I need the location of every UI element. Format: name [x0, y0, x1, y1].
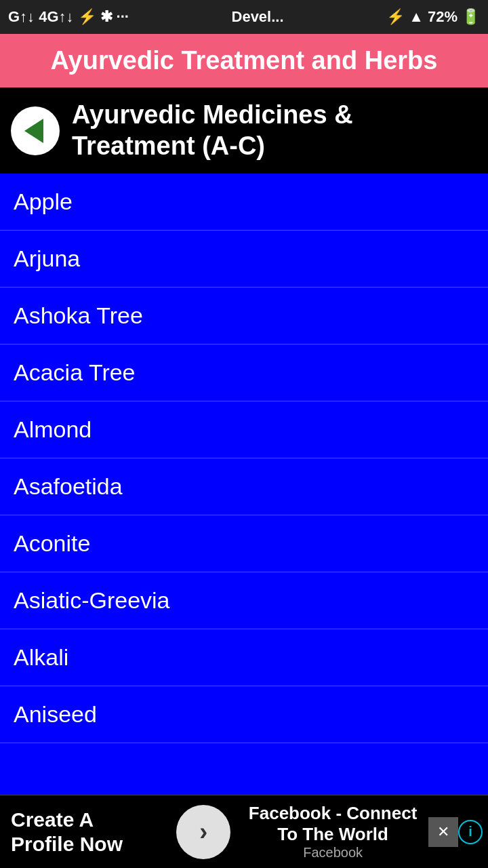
ad-subtitle: Facebook: [244, 845, 422, 861]
list-item[interactable]: Alkali: [0, 629, 488, 686]
ad-right: Facebook - Connect To The World Facebook: [237, 796, 428, 867]
list-item[interactable]: Asiatic-Greevia: [0, 572, 488, 629]
tools-icon: ✱: [100, 8, 113, 26]
ad-banner: Create A Profile Now › Facebook - Connec…: [0, 795, 488, 868]
mode-text: Devel...: [232, 8, 284, 26]
list-item[interactable]: Arjuna: [0, 231, 488, 288]
usb-icon: ⚡: [78, 8, 96, 26]
list-item[interactable]: Ashoka Tree: [0, 288, 488, 344]
status-bar: G↑↓ 4G↑↓ ⚡ ✱ ··· Devel... ⚡ ▲ 72% 🔋: [0, 0, 488, 34]
app-header: Ayurvedic Treatment and Herbs: [0, 34, 488, 87]
battery-text: 72%: [428, 8, 458, 26]
ad-arrow-icon: ›: [199, 818, 207, 846]
wifi-icon: ▲: [409, 8, 424, 26]
back-button[interactable]: [11, 106, 60, 155]
battery-icon: 🔋: [462, 8, 480, 26]
ad-info-button[interactable]: i: [458, 820, 483, 844]
section-header: Ayurvedic Medicines & Treatment (A-C): [0, 87, 488, 174]
dots-icon: ···: [117, 8, 129, 26]
list-item[interactable]: Apple: [0, 174, 488, 231]
app-title: Ayurvedic Treatment and Herbs: [51, 46, 438, 75]
ad-close-button[interactable]: ✕: [428, 817, 458, 847]
status-right: ⚡ ▲ 72% 🔋: [386, 8, 480, 26]
list-item[interactable]: Acacia Tree: [0, 344, 488, 401]
status-left: G↑↓ 4G↑↓ ⚡ ✱ ···: [8, 8, 129, 26]
back-arrow-icon: [24, 119, 43, 143]
list-item[interactable]: Aconite: [0, 515, 488, 572]
ad-left-text: Create A Profile Now: [0, 801, 169, 863]
bluetooth-icon: ⚡: [386, 8, 405, 26]
ad-title: Facebook - Connect To The World: [244, 803, 422, 845]
list-item[interactable]: Almond: [0, 401, 488, 458]
list-item[interactable]: Aniseed: [0, 686, 488, 743]
signal-text: G↑↓ 4G↑↓: [8, 8, 74, 26]
list-item[interactable]: Asafoetida: [0, 458, 488, 515]
section-title: Ayurvedic Medicines & Treatment (A-C): [72, 100, 477, 161]
ad-arrow-button[interactable]: ›: [176, 805, 230, 859]
herb-list: Apple Arjuna Ashoka Tree Acacia Tree Alm…: [0, 174, 488, 743]
